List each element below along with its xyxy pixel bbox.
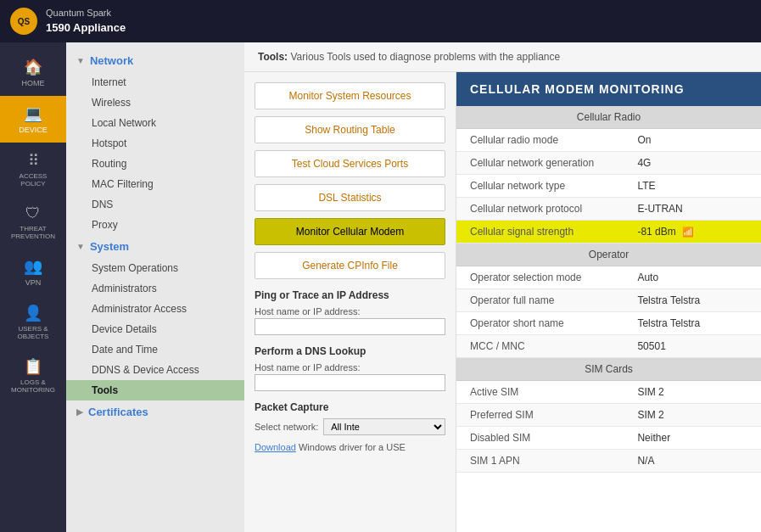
ping-section-title: Ping or Trace an IP Address <box>255 289 445 301</box>
cell-label: Cellular network generation <box>456 152 624 175</box>
sidebar-item-logs-monitoring[interactable]: 📋 LOGS &MONITORING <box>0 349 66 402</box>
tools-column: Monitor System Resources Show Routing Ta… <box>244 72 456 532</box>
cell-label: MCC / MNC <box>456 335 624 358</box>
dsl-statistics-button[interactable]: DSL Statistics <box>255 184 445 211</box>
show-routing-table-button[interactable]: Show Routing Table <box>255 116 445 143</box>
download-link[interactable]: Download <box>255 442 296 452</box>
dns-input[interactable] <box>255 374 445 391</box>
threat-prevention-icon: 🛡 <box>25 204 41 222</box>
download-row: Download Windows driver for a USE <box>255 442 445 452</box>
nav-item-tools[interactable]: Tools <box>66 380 244 400</box>
home-icon: 🏠 <box>24 58 42 76</box>
nav-item-device-details[interactable]: Device Details <box>66 319 244 339</box>
logs-icon: 📋 <box>24 357 42 376</box>
nav-item-dns[interactable]: DNS <box>66 194 244 215</box>
content-header: Tools: Various Tools used to diagnose pr… <box>244 42 761 72</box>
signal-bar-icon: 📶 <box>682 227 694 238</box>
nav-item-date-and-time[interactable]: Date and Time <box>66 339 244 360</box>
table-row: Operator short name Telstra Telstra <box>456 312 761 335</box>
table-row: Cellular network protocol E-UTRAN <box>456 198 761 221</box>
svg-text:QS: QS <box>18 17 31 26</box>
sidebar-item-device[interactable]: 💻 DEVICE <box>0 96 66 143</box>
cell-label: SIM 1 APN <box>456 450 624 473</box>
ping-input[interactable] <box>255 318 445 335</box>
vpn-icon: 👥 <box>24 257 42 276</box>
cell-label: Cellular network type <box>456 175 624 198</box>
packet-capture-title: Packet Capture <box>255 401 445 413</box>
cell-value: 4G <box>624 152 761 175</box>
nav-item-administrator-access[interactable]: Administrator Access <box>66 299 244 319</box>
sidebar-item-threat-prevention[interactable]: 🛡 THREATPREVENTION <box>0 196 66 249</box>
nav-item-local-network[interactable]: Local Network <box>66 113 244 133</box>
network-select[interactable]: All Inte <box>323 418 445 435</box>
nav-item-routing[interactable]: Routing <box>66 154 244 174</box>
cell-label: Preferred SIM <box>456 404 624 427</box>
cell-value: -81 dBm 📶 <box>624 221 761 244</box>
sim-cards-table: Active SIM SIM 2 Preferred SIM SIM 2 Dis… <box>456 381 761 473</box>
table-row: Active SIM SIM 2 <box>456 381 761 404</box>
content-area: Tools: Various Tools used to diagnose pr… <box>244 42 761 532</box>
ping-form-row: Host name or IP address: <box>255 306 445 335</box>
sidebar-item-users-objects[interactable]: 👤 USERS &OBJECTS <box>0 295 66 349</box>
monitor-system-resources-button[interactable]: Monitor System Resources <box>255 82 445 109</box>
nav-item-wireless[interactable]: Wireless <box>66 92 244 113</box>
cell-label: Cellular signal strength <box>456 221 624 244</box>
nav-item-hotspot[interactable]: Hotspot <box>66 133 244 154</box>
cell-value: 50501 <box>624 335 761 358</box>
cell-label: Operator full name <box>456 289 624 312</box>
table-row: Cellular radio mode On <box>456 129 761 152</box>
app-title: Quantum Spark 1590 Appliance <box>46 7 126 36</box>
operator-table: Operator selection mode Auto Operator fu… <box>456 266 761 358</box>
cell-value: LTE <box>624 175 761 198</box>
cell-label: Operator short name <box>456 312 624 335</box>
nav-item-proxy[interactable]: Proxy <box>66 215 244 235</box>
cell-label: Active SIM <box>456 381 624 404</box>
cell-value: Telstra Telstra <box>624 312 761 335</box>
icon-sidebar: 🏠 HOME 💻 DEVICE ⠿ ACCESSPOLICY 🛡 THREATP… <box>0 42 66 532</box>
generate-cpinfo-button[interactable]: Generate CPInfo File <box>255 252 445 279</box>
table-row: Cellular network generation 4G <box>456 152 761 175</box>
cell-value: SIM 2 <box>624 381 761 404</box>
sim-cards-section-header: SIM Cards <box>456 358 761 381</box>
table-row: Cellular network type LTE <box>456 175 761 198</box>
cell-value: Auto <box>624 266 761 289</box>
dns-form-row: Host name or IP address: <box>255 362 445 391</box>
nav-item-mac-filtering[interactable]: MAC Filtering <box>66 174 244 194</box>
table-row: MCC / MNC 50501 <box>456 335 761 358</box>
cell-value: Neither <box>624 427 761 450</box>
select-network-label: Select network: <box>255 422 318 432</box>
cellular-panel-header: CELLULAR MODEM MONITORING <box>456 72 761 106</box>
chevron-right-icon-certs: ▶ <box>76 407 83 417</box>
cell-label: Operator selection mode <box>456 266 624 289</box>
sidebar-item-access-policy[interactable]: ⠿ ACCESSPOLICY <box>0 143 66 196</box>
ping-label: Host name or IP address: <box>255 306 445 316</box>
app-logo: QS <box>10 8 37 35</box>
cell-label: Cellular network protocol <box>456 198 624 221</box>
test-cloud-services-button[interactable]: Test Cloud Services Ports <box>255 150 445 177</box>
nav-item-system-operations[interactable]: System Operations <box>66 258 244 278</box>
cellular-panel: CELLULAR MODEM MONITORING Cellular Radio… <box>456 72 761 532</box>
table-row: Operator full name Telstra Telstra <box>456 289 761 312</box>
nav-item-ddns-device-access[interactable]: DDNS & Device Access <box>66 360 244 380</box>
cell-label: Cellular radio mode <box>456 129 624 152</box>
packet-capture-row: Select network: All Inte <box>255 418 445 435</box>
cell-value: On <box>624 129 761 152</box>
nav-section-certificates[interactable]: ▶ Certificates <box>66 400 244 423</box>
signal-strength-row: Cellular signal strength -81 dBm 📶 <box>456 221 761 244</box>
table-row: Operator selection mode Auto <box>456 266 761 289</box>
nav-item-internet[interactable]: Internet <box>66 72 244 92</box>
nav-section-network[interactable]: ▼ Network <box>66 49 244 72</box>
sidebar-item-home[interactable]: 🏠 HOME <box>0 49 66 96</box>
table-row: SIM 1 APN N/A <box>456 450 761 473</box>
users-objects-icon: 👤 <box>24 304 42 322</box>
table-row: Preferred SIM SIM 2 <box>456 404 761 427</box>
topbar: QS Quantum Spark 1590 Appliance <box>0 0 761 42</box>
dns-section-title: Perform a DNS Lookup <box>255 345 445 357</box>
monitor-cellular-modem-button[interactable]: Monitor Cellular Modem <box>255 218 445 245</box>
cellular-radio-section-header: Cellular Radio <box>456 106 761 129</box>
sidebar-item-vpn[interactable]: 👥 VPN <box>0 249 66 295</box>
cell-value: SIM 2 <box>624 404 761 427</box>
nav-section-system[interactable]: ▼ System <box>66 235 244 258</box>
cell-value: N/A <box>624 450 761 473</box>
nav-item-administrators[interactable]: Administrators <box>66 278 244 299</box>
